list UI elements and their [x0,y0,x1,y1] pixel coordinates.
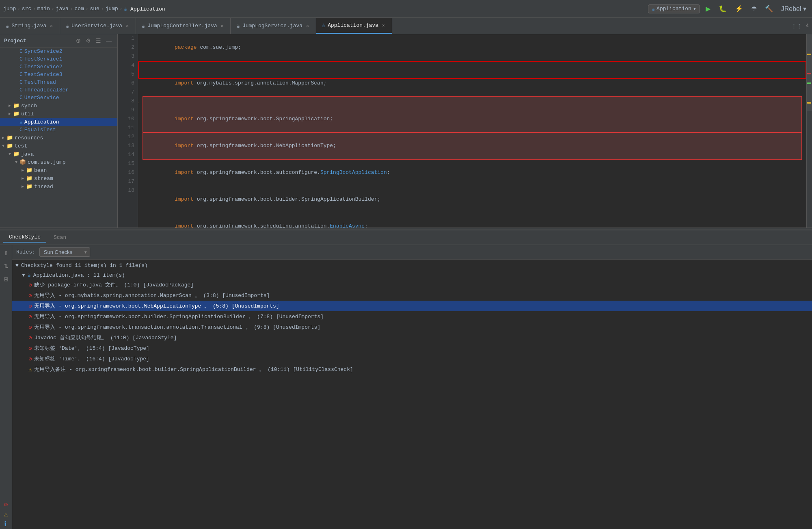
tab-scan[interactable]: Scan [48,233,72,242]
error-item-6[interactable]: ⊘ 未知标签 'Date'。 (15:4) [JavadocType] [12,343,812,353]
breadcrumb-jump2[interactable]: jump [106,6,118,12]
scrollbar-thumb[interactable] [807,34,812,111]
sidebar-item-java[interactable]: ▼ 📁 java [0,150,117,158]
tab-application-java[interactable]: ☕ Application.java ✕ [316,18,392,34]
breadcrumb-jump[interactable]: jump [3,6,16,12]
sidebar-item-syncservice2[interactable]: C SyncService2 [0,48,117,55]
file-group-header[interactable]: ▼ ☕ Application.java : 11 item(s) [12,271,812,280]
expand-arrow: ▶ [19,184,26,189]
error-item-4[interactable]: ⊘ 无用导入 - org.springframework.transaction… [12,322,812,332]
sidebar-item-testservice2[interactable]: C TestService2 [0,63,117,71]
error-item-0[interactable]: ⊘ 缺少 package-info.java 文件。 (1:0) [Javado… [12,280,812,290]
build-button[interactable]: 🔨 [762,3,775,14]
code-editor[interactable]: 1 2 3 4 5 6 7 8 9 10 11 12 13 14 15 16 1… [118,34,812,228]
scroll-to-top-btn[interactable]: ⇑ [1,248,11,258]
tab-jumplogservice-java[interactable]: ☕ JumpLogService.java ✕ [231,18,316,34]
sidebar-item-equalstest[interactable]: C EqualsTest [0,126,117,134]
error-text: 未知标签 'Date'。 (15:4) [JavadocType] [34,345,809,352]
error-list: ▼ Checkstyle found 11 item(s) in 1 file(… [12,260,812,529]
expand-arrow: ▼ [13,160,19,165]
sidebar-item-label: TestService2 [24,64,63,70]
tab-string-java[interactable]: ☕ String.java ✕ [0,18,60,34]
tab-jumplogcontroller-java[interactable]: ☕ JumpLogController.java ✕ [136,18,231,34]
sidebar-item-synch[interactable]: ▶ 📁 synch [0,102,117,110]
error-item-3[interactable]: ⊘ 无用导入 - org.springframework.boot.builde… [12,311,812,322]
error-indicator-icon: ⊘ [4,501,8,509]
sidebar-item-com-sue-jump[interactable]: ▼ 📦 com.sue.jump [0,158,117,166]
run-button[interactable]: ▶ [703,3,713,14]
breadcrumb-java[interactable]: java [56,6,69,12]
sidebar-item-testservice3[interactable]: C TestService3 [0,71,117,78]
error-item-7[interactable]: ⊘ 未知标签 'Time'。 (16:4) [JavadocType] [12,353,812,364]
sidebar-item-testservice1[interactable]: C TestService1 [0,55,117,63]
tab-actions: ⋮⋮ 4 [789,21,812,30]
sidebar-actions: ⊕ ⚙ ☰ — [74,37,113,45]
tab-label: Application.java [328,22,378,28]
expand-icon: ▼ [22,272,25,278]
warning-icon: ⚠ [28,366,32,373]
breadcrumb-application[interactable]: ☕ Application [124,6,165,12]
tab-actions-button[interactable]: ⋮⋮ [789,21,804,30]
sort-btn[interactable]: ⇅ [1,261,11,271]
sidebar-item-label: thread [34,184,53,190]
profile-button[interactable]: ⚡ [732,3,745,14]
tab-close-jumplogcontroller[interactable]: ✕ [220,23,225,29]
breadcrumb-com[interactable]: com [75,6,84,12]
tab-close-application[interactable]: ✕ [381,22,386,28]
sidebar-item-resources[interactable]: ▶ 📁 resources [0,134,117,142]
sidebar-item-userservice[interactable]: C UserService [0,94,117,102]
error-item-1[interactable]: ⊘ 无用导入 - org.mybatis.spring.annotation.M… [12,290,812,301]
run-config-selector[interactable]: ☕ Application ▾ [648,4,700,13]
sidebar-item-thread[interactable]: ▶ 📁 thread [0,182,117,191]
sidebar-item-test[interactable]: ▼ 📁 test [0,142,117,150]
sidebar-item-label: bean [34,167,47,173]
code-lines[interactable]: package com.sue.jump; import org.mybatis… [138,34,806,228]
sidebar-item-threadlocalser[interactable]: C ThreadLocalSer [0,86,117,94]
rules-select[interactable]: Sun Checks Google Checks [39,247,90,257]
tab-checkstyle[interactable]: CheckStyle [3,232,46,243]
error-item-8[interactable]: ⚠ 无用导入备注 - org.springframework.boot.buil… [12,364,812,375]
split-count-badge: 4 [806,23,809,29]
sidebar-title: Project [4,38,26,44]
breadcrumb-sue[interactable]: sue [90,6,99,12]
class-icon: C [19,56,23,62]
error-text: 无用导入备注 - org.springframework.boot.builde… [34,366,809,373]
bottom-panel: CheckStyle Scan ⇑ ⇅ ⊞ ⊘ ⚠ ℹ Rules: [0,230,812,529]
sidebar-item-testthread[interactable]: C TestThread [0,78,117,86]
sidebar-filter-btn[interactable]: ⚙ [84,37,93,45]
sidebar-item-label: stream [34,176,53,182]
breadcrumb-src[interactable]: src [22,6,31,12]
sidebar-item-label: SyncService2 [24,48,63,54]
expand-arrow: ▼ [0,144,6,148]
tab-close-userservice[interactable]: ✕ [125,23,130,29]
sidebar-sync-btn[interactable]: ⊕ [74,37,82,45]
code-line-5: import org.springframework.boot.WebAppli… [143,132,801,159]
debug-button[interactable]: 🐛 [716,3,729,14]
editor-scrollbar[interactable] [806,34,812,228]
error-text: Javadoc 首句应以句号结尾。 (11:0) [JavadocStyle] [34,334,809,341]
breadcrumb-main[interactable]: main [37,6,50,12]
error-item-2[interactable]: ⊘ 无用导入 - org.springframework.boot.WebApp… [12,301,812,311]
summary-row[interactable]: ▼ Checkstyle found 11 item(s) in 1 file(… [12,261,812,270]
tab-close-jumplogservice[interactable]: ✕ [305,23,310,29]
sidebar-collapse-btn[interactable]: — [104,37,113,45]
breadcrumb: jump › src › main › java › com › sue › j… [3,6,165,12]
folder-icon: 📁 [26,167,32,173]
sidebar-item-util[interactable]: ▶ 📁 util [0,110,117,118]
sidebar-settings-btn[interactable]: ☰ [94,37,103,45]
sidebar-item-application[interactable]: ☕ Application [0,118,117,126]
tab-close-string[interactable]: ✕ [49,23,54,29]
error-text: 无用导入 - org.mybatis.spring.annotation.Map… [34,292,809,299]
expand-all-btn[interactable]: ⊞ [1,274,11,284]
error-item-5[interactable]: ⊘ Javadoc 首句应以句号结尾。 (11:0) [JavadocStyle… [12,332,812,343]
expand-arrow: ▼ [6,152,13,156]
coverage-button[interactable]: ☂ [749,3,759,14]
tab-label: JumpLogService.java [242,23,302,29]
sidebar-item-bean[interactable]: ▶ 📁 bean [0,166,117,174]
class-icon: ☕ [19,119,23,125]
tab-userservice-java[interactable]: ☕ UserService.java ✕ [60,18,136,34]
error-icon: ⊘ [28,292,32,299]
class-icon: C [19,127,23,133]
sidebar-item-stream[interactable]: ▶ 📁 stream [0,174,117,182]
jrebel-button[interactable]: JRebel ▾ [779,3,809,14]
